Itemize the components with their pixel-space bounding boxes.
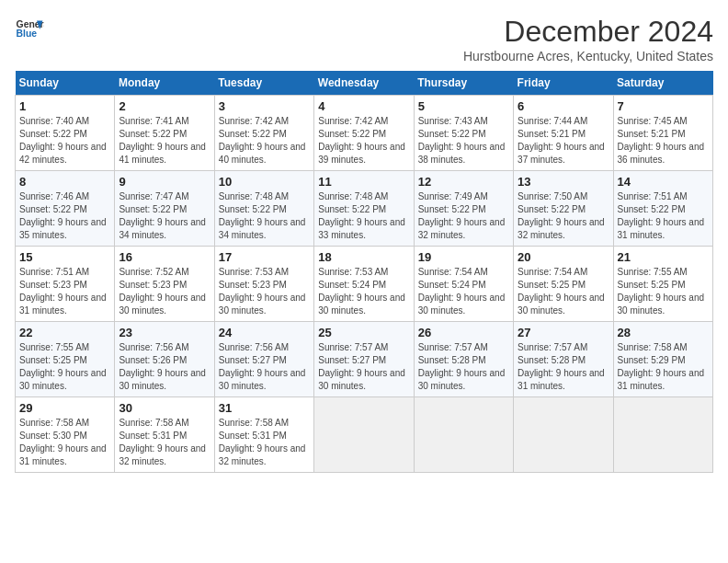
sunset-label: Sunset: 5:31 PM (119, 431, 187, 441)
calendar-day-cell: 17 Sunrise: 7:53 AM Sunset: 5:23 PM Dayl… (214, 247, 313, 322)
calendar-week-row: 29 Sunrise: 7:58 AM Sunset: 5:30 PM Dayl… (16, 397, 713, 473)
day-info: Sunrise: 7:41 AM Sunset: 5:22 PM Dayligh… (119, 115, 210, 167)
calendar-day-cell: 19 Sunrise: 7:54 AM Sunset: 5:24 PM Dayl… (414, 247, 513, 322)
day-info: Sunrise: 7:58 AM Sunset: 5:29 PM Dayligh… (618, 341, 709, 393)
sunset-label: Sunset: 5:22 PM (518, 204, 586, 214)
sunset-label: Sunset: 5:26 PM (119, 355, 187, 365)
calendar-day-cell: 5 Sunrise: 7:43 AM Sunset: 5:22 PM Dayli… (414, 96, 513, 171)
sunrise-label: Sunrise: 7:58 AM (119, 418, 188, 428)
day-number: 26 (418, 326, 509, 339)
daylight-label: Daylight: 9 hours and 34 minutes. (219, 217, 306, 240)
daylight-label: Daylight: 9 hours and 31 minutes. (19, 443, 107, 466)
day-number: 30 (119, 401, 210, 415)
daylight-label: Daylight: 9 hours and 30 minutes. (418, 368, 506, 391)
daylight-label: Daylight: 9 hours and 37 minutes. (518, 142, 605, 165)
daylight-label: Daylight: 9 hours and 30 minutes. (19, 368, 107, 391)
sunrise-label: Sunrise: 7:53 AM (219, 267, 289, 277)
logo: General Blue (15, 15, 44, 44)
day-number: 8 (19, 175, 110, 189)
sunset-label: Sunset: 5:22 PM (418, 204, 486, 214)
calendar-day-cell: 4 Sunrise: 7:42 AM Sunset: 5:22 PM Dayli… (314, 96, 414, 171)
daylight-label: Daylight: 9 hours and 31 minutes. (518, 368, 605, 391)
day-info: Sunrise: 7:57 AM Sunset: 5:28 PM Dayligh… (518, 341, 609, 393)
sunrise-label: Sunrise: 7:53 AM (318, 267, 388, 277)
day-info: Sunrise: 7:56 AM Sunset: 5:26 PM Dayligh… (119, 341, 210, 393)
sunset-label: Sunset: 5:25 PM (618, 280, 686, 290)
month-year-title: December 2024 (463, 15, 713, 49)
daylight-label: Daylight: 9 hours and 30 minutes. (119, 368, 206, 391)
sunset-label: Sunset: 5:22 PM (318, 129, 386, 139)
day-number: 10 (219, 175, 310, 189)
day-info: Sunrise: 7:58 AM Sunset: 5:30 PM Dayligh… (19, 417, 110, 468)
day-info: Sunrise: 7:43 AM Sunset: 5:22 PM Dayligh… (418, 115, 509, 167)
day-info: Sunrise: 7:49 AM Sunset: 5:22 PM Dayligh… (418, 190, 509, 242)
day-info: Sunrise: 7:51 AM Sunset: 5:23 PM Dayligh… (19, 266, 110, 317)
sunrise-label: Sunrise: 7:47 AM (119, 191, 188, 201)
calendar-day-cell: 10 Sunrise: 7:48 AM Sunset: 5:22 PM Dayl… (214, 171, 313, 247)
calendar-day-cell: 23 Sunrise: 7:56 AM Sunset: 5:26 PM Dayl… (115, 322, 214, 397)
daylight-label: Daylight: 9 hours and 30 minutes. (219, 293, 306, 316)
daylight-label: Daylight: 9 hours and 30 minutes. (418, 293, 506, 316)
calendar-day-cell: 14 Sunrise: 7:51 AM Sunset: 5:22 PM Dayl… (613, 171, 712, 247)
calendar-day-cell: 8 Sunrise: 7:46 AM Sunset: 5:22 PM Dayli… (16, 171, 115, 247)
calendar-day-cell: 24 Sunrise: 7:56 AM Sunset: 5:27 PM Dayl… (214, 322, 313, 397)
day-number: 22 (19, 326, 110, 339)
daylight-label: Daylight: 9 hours and 31 minutes. (618, 217, 705, 240)
daylight-label: Daylight: 9 hours and 30 minutes. (318, 293, 405, 316)
day-number: 1 (19, 99, 110, 113)
weekday-header-cell: Tuesday (214, 71, 313, 96)
day-info: Sunrise: 7:44 AM Sunset: 5:21 PM Dayligh… (518, 115, 609, 167)
day-info: Sunrise: 7:51 AM Sunset: 5:22 PM Dayligh… (618, 190, 709, 242)
sunrise-label: Sunrise: 7:42 AM (318, 116, 388, 126)
day-info: Sunrise: 7:48 AM Sunset: 5:22 PM Dayligh… (219, 190, 310, 242)
sunrise-label: Sunrise: 7:57 AM (418, 342, 488, 352)
sunrise-label: Sunrise: 7:45 AM (618, 116, 688, 126)
calendar-day-cell: 28 Sunrise: 7:58 AM Sunset: 5:29 PM Dayl… (613, 322, 712, 397)
sunrise-label: Sunrise: 7:42 AM (219, 116, 289, 126)
sunset-label: Sunset: 5:21 PM (618, 129, 686, 139)
sunset-label: Sunset: 5:22 PM (219, 204, 287, 214)
calendar-day-cell: 11 Sunrise: 7:48 AM Sunset: 5:22 PM Dayl… (314, 171, 414, 247)
day-number: 24 (219, 326, 310, 339)
day-info: Sunrise: 7:55 AM Sunset: 5:25 PM Dayligh… (19, 341, 110, 393)
day-info: Sunrise: 7:46 AM Sunset: 5:22 PM Dayligh… (19, 190, 110, 242)
day-info: Sunrise: 7:57 AM Sunset: 5:28 PM Dayligh… (418, 341, 509, 393)
daylight-label: Daylight: 9 hours and 30 minutes. (318, 368, 405, 391)
day-info: Sunrise: 7:42 AM Sunset: 5:22 PM Dayligh… (219, 115, 310, 167)
calendar-day-cell: 29 Sunrise: 7:58 AM Sunset: 5:30 PM Dayl… (16, 397, 115, 473)
sunset-label: Sunset: 5:22 PM (19, 204, 87, 214)
day-info: Sunrise: 7:54 AM Sunset: 5:25 PM Dayligh… (518, 266, 609, 317)
calendar-day-cell: 1 Sunrise: 7:40 AM Sunset: 5:22 PM Dayli… (16, 96, 115, 171)
sunrise-label: Sunrise: 7:51 AM (618, 191, 688, 201)
day-info: Sunrise: 7:57 AM Sunset: 5:27 PM Dayligh… (318, 341, 409, 393)
calendar-table: SundayMondayTuesdayWednesdayThursdayFrid… (15, 71, 713, 473)
day-number: 2 (119, 99, 210, 113)
sunrise-label: Sunrise: 7:52 AM (119, 267, 188, 277)
svg-text:Blue: Blue (17, 29, 38, 39)
weekday-header-cell: Monday (115, 71, 214, 96)
weekday-header-cell: Thursday (414, 71, 513, 96)
day-number: 20 (518, 250, 609, 264)
daylight-label: Daylight: 9 hours and 42 minutes. (19, 142, 107, 165)
daylight-label: Daylight: 9 hours and 32 minutes. (418, 217, 506, 240)
calendar-day-cell: 18 Sunrise: 7:53 AM Sunset: 5:24 PM Dayl… (314, 247, 414, 322)
sunset-label: Sunset: 5:21 PM (518, 129, 586, 139)
calendar-day-cell: 12 Sunrise: 7:49 AM Sunset: 5:22 PM Dayl… (414, 171, 513, 247)
sunrise-label: Sunrise: 7:57 AM (318, 342, 388, 352)
day-info: Sunrise: 7:47 AM Sunset: 5:22 PM Dayligh… (119, 190, 210, 242)
day-number: 11 (318, 175, 409, 189)
calendar-day-cell: 6 Sunrise: 7:44 AM Sunset: 5:21 PM Dayli… (514, 96, 613, 171)
day-info: Sunrise: 7:40 AM Sunset: 5:22 PM Dayligh… (19, 115, 110, 167)
sunset-label: Sunset: 5:22 PM (618, 204, 686, 214)
day-number: 4 (318, 99, 409, 113)
day-number: 5 (418, 99, 509, 113)
sunrise-label: Sunrise: 7:56 AM (119, 342, 188, 352)
day-info: Sunrise: 7:58 AM Sunset: 5:31 PM Dayligh… (119, 417, 210, 468)
weekday-header-cell: Wednesday (314, 71, 414, 96)
sunset-label: Sunset: 5:29 PM (618, 355, 686, 365)
daylight-label: Daylight: 9 hours and 39 minutes. (318, 142, 405, 165)
daylight-label: Daylight: 9 hours and 30 minutes. (618, 293, 705, 316)
daylight-label: Daylight: 9 hours and 38 minutes. (418, 142, 506, 165)
sunrise-label: Sunrise: 7:48 AM (219, 191, 289, 201)
sunrise-label: Sunrise: 7:44 AM (518, 116, 587, 126)
